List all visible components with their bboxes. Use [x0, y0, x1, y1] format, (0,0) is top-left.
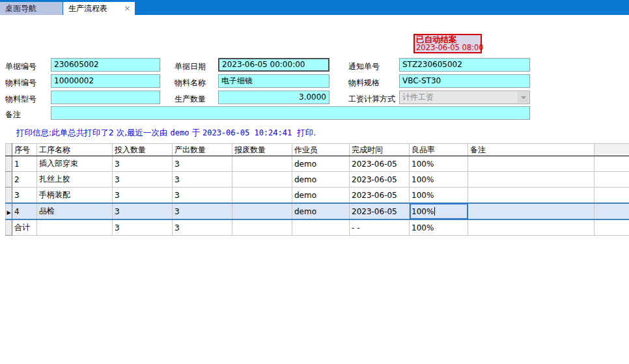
- table-cell[interactable]: 手柄装配: [37, 188, 113, 204]
- row-selector[interactable]: [6, 219, 12, 236]
- table-cell[interactable]: 2023-06-05: [350, 156, 410, 172]
- label-material-name: 物料名称: [175, 76, 206, 89]
- table-cell-extra[interactable]: [594, 156, 629, 172]
- table-cell[interactable]: 100%: [410, 156, 468, 172]
- label-material-model: 物料型号: [5, 92, 36, 105]
- row-selector[interactable]: [6, 172, 12, 188]
- table-cell[interactable]: 3: [173, 188, 232, 204]
- material-no-field[interactable]: 10000002: [51, 74, 160, 88]
- grid-header-row: 序号工序名称投入数量产出数量报废数量作业员完成时间良品率备注: [6, 144, 629, 156]
- table-row: ▶4品检33demo2023-06-05100%: [6, 203, 629, 219]
- table-cell[interactable]: 2023-06-05: [350, 203, 410, 219]
- table-cell[interactable]: demo: [292, 188, 350, 204]
- material-spec-field[interactable]: VBC-ST30: [399, 74, 530, 88]
- column-header: 备注: [468, 144, 594, 156]
- column-header: 完成时间: [350, 144, 410, 156]
- table-cell[interactable]: 3: [12, 188, 37, 204]
- print-info-suffix: 打印.: [292, 128, 316, 137]
- table-cell-extra[interactable]: [594, 219, 629, 236]
- row-selector[interactable]: [6, 156, 12, 172]
- print-info: 打印信息:此单总共打印了2 次,最近一次由 demo 于 2023-06-05 …: [16, 128, 316, 139]
- table-cell[interactable]: 3: [173, 156, 232, 172]
- table-cell[interactable]: 2023-06-05: [350, 172, 410, 188]
- text-caret: [434, 207, 435, 216]
- table-cell[interactable]: [232, 219, 292, 236]
- row-selector[interactable]: [6, 188, 12, 204]
- table-row: 1插入部穿束33demo2023-06-05100%: [6, 156, 629, 172]
- table-cell[interactable]: 100%: [410, 188, 468, 204]
- table-cell[interactable]: 3: [113, 219, 173, 236]
- table-cell[interactable]: 4: [12, 203, 37, 219]
- table-cell[interactable]: demo: [292, 172, 350, 188]
- table-cell[interactable]: 3: [113, 203, 173, 219]
- table-row: 3手柄装配33demo2023-06-05100%: [6, 188, 629, 204]
- label-production-qty: 生产数量: [175, 92, 206, 105]
- table-cell[interactable]: 3: [173, 172, 232, 188]
- row-selector-header[interactable]: [6, 144, 12, 156]
- tab-production-process[interactable]: 生产流程表 ×: [63, 2, 135, 15]
- table-cell[interactable]: 品检: [37, 203, 113, 219]
- focused-cell[interactable]: 100%: [410, 203, 468, 219]
- table-cell[interactable]: - -: [350, 219, 410, 236]
- table-cell-extra[interactable]: [594, 172, 629, 188]
- column-header-extra: [594, 144, 629, 156]
- table-cell[interactable]: 合计: [12, 219, 37, 236]
- table-cell[interactable]: [232, 156, 292, 172]
- table-cell[interactable]: [468, 172, 594, 188]
- notice-no-field[interactable]: STZ230605002: [399, 58, 530, 72]
- table-cell[interactable]: [468, 188, 594, 204]
- column-header: 工序名称: [37, 144, 113, 156]
- table-cell-extra[interactable]: [594, 203, 629, 219]
- wage-method-value: 计件工资: [402, 92, 434, 102]
- label-material-no: 物料编号: [5, 76, 36, 89]
- table-cell[interactable]: [232, 203, 292, 219]
- table-cell[interactable]: 100%: [410, 172, 468, 188]
- column-header: 良品率: [410, 144, 468, 156]
- doc-no-field[interactable]: 230605002: [51, 58, 160, 72]
- auto-closed-stamp: 已自动结案 2023-06-05 08:00: [413, 34, 482, 53]
- doc-date-field[interactable]: 2023-06-05 00:00:00: [218, 58, 329, 72]
- label-doc-date: 单据日期: [175, 60, 206, 73]
- material-name-field[interactable]: 电子细镜: [218, 74, 329, 88]
- table-cell[interactable]: [232, 188, 292, 204]
- table-cell[interactable]: 100%: [410, 219, 468, 236]
- table-cell[interactable]: 插入部穿束: [37, 156, 113, 172]
- material-model-field[interactable]: [51, 91, 160, 104]
- table-cell[interactable]: [468, 219, 594, 236]
- table-cell-extra[interactable]: [594, 188, 629, 204]
- tab-desktop-navigation[interactable]: 桌面导航: [0, 2, 63, 15]
- column-header: 报废数量: [232, 144, 292, 156]
- production-qty-field[interactable]: 3.0000: [218, 91, 329, 104]
- print-info-mid: 于: [189, 128, 203, 137]
- table-cell[interactable]: 扎丝上胶: [37, 172, 113, 188]
- print-info-prefix: 打印信息:此单总共打印了2 次,最近一次由: [16, 128, 171, 137]
- wage-method-select[interactable]: 计件工资: [399, 91, 530, 104]
- table-cell[interactable]: demo: [292, 156, 350, 172]
- table-cell[interactable]: 3: [173, 219, 232, 236]
- column-header: 投入数量: [113, 144, 173, 156]
- table-cell[interactable]: 3: [173, 203, 232, 219]
- remark-field[interactable]: [51, 106, 530, 120]
- table-cell[interactable]: [468, 203, 594, 219]
- table-cell[interactable]: 3: [113, 172, 173, 188]
- table-cell[interactable]: [232, 172, 292, 188]
- table-cell[interactable]: 3: [113, 188, 173, 204]
- table-cell[interactable]: [292, 219, 350, 236]
- table-cell[interactable]: 2: [12, 172, 37, 188]
- row-selector[interactable]: ▶: [6, 203, 12, 219]
- table-cell[interactable]: 1: [12, 156, 37, 172]
- close-icon[interactable]: ×: [124, 2, 131, 15]
- table-cell[interactable]: 2023-06-05: [350, 188, 410, 204]
- table-cell[interactable]: [37, 219, 113, 236]
- table-cell[interactable]: 3: [113, 156, 173, 172]
- table-cell[interactable]: demo: [292, 203, 350, 219]
- tab-label: 桌面导航: [5, 4, 36, 13]
- tab-label: 生产流程表: [68, 4, 107, 13]
- process-grid: 序号工序名称投入数量产出数量报废数量作业员完成时间良品率备注1插入部穿束33de…: [5, 143, 629, 236]
- label-wage-method: 工资计算方式: [348, 92, 395, 105]
- print-info-time: 2023-06-05 10:24:41: [203, 128, 292, 137]
- table-cell[interactable]: [468, 156, 594, 172]
- table-row: 2扎丝上胶33demo2023-06-05100%: [6, 172, 629, 188]
- label-material-spec: 物料规格: [348, 76, 380, 89]
- label-notice-no: 通知单号: [348, 60, 380, 73]
